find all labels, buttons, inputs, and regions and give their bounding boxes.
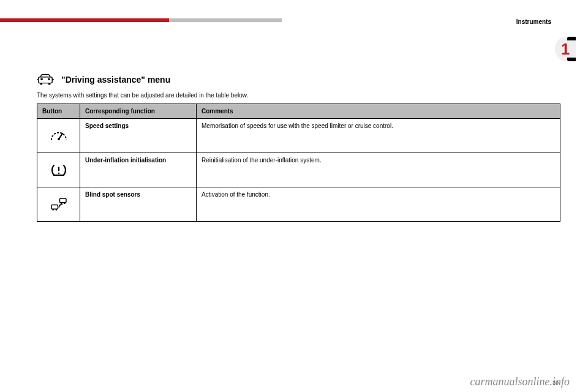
svg-rect-2 bbox=[48, 78, 50, 80]
svg-rect-4 bbox=[48, 83, 51, 85]
accent-grey bbox=[169, 18, 282, 22]
page-content: "Driving assistance" menu The systems wi… bbox=[37, 74, 560, 222]
row-icon-cell bbox=[37, 153, 80, 187]
settings-table: Button Corresponding function Comments S… bbox=[37, 104, 560, 222]
table-header-row: Button Corresponding function Comments bbox=[37, 104, 560, 119]
row-comments: Reinitialisation of the under-inflation … bbox=[197, 153, 560, 187]
row-comments: Activation of the function. bbox=[197, 187, 560, 222]
row-function: Under-inflation initialisation bbox=[80, 153, 197, 187]
tyre-pressure-icon bbox=[50, 162, 68, 178]
table-row: Blind spot sensors Activation of the fun… bbox=[37, 187, 560, 222]
col-comments: Comments bbox=[197, 104, 560, 119]
menu-intro: The systems with settings that can be ad… bbox=[37, 92, 560, 99]
col-function: Corresponding function bbox=[80, 104, 197, 119]
row-function: Speed settings bbox=[80, 119, 197, 153]
top-accent-bar bbox=[0, 18, 282, 22]
svg-rect-1 bbox=[40, 78, 43, 80]
menu-title: "Driving assistance" menu bbox=[61, 75, 170, 85]
svg-rect-17 bbox=[64, 202, 65, 203]
watermark: carmanualsonline.info bbox=[470, 375, 570, 388]
speedometer-icon bbox=[50, 128, 68, 144]
svg-rect-13 bbox=[52, 209, 53, 210]
svg-rect-0 bbox=[39, 77, 52, 83]
menu-heading: "Driving assistance" menu bbox=[37, 74, 560, 86]
row-icon-cell bbox=[37, 119, 80, 153]
chapter-number: 1 bbox=[561, 40, 570, 59]
section-label: Instruments bbox=[516, 18, 551, 25]
accent-red bbox=[0, 18, 169, 22]
row-comments: Memorisation of speeds for use with the … bbox=[197, 119, 560, 153]
svg-point-8 bbox=[58, 138, 60, 140]
table-row: Under-inflation initialisation Reinitial… bbox=[37, 153, 560, 187]
svg-rect-3 bbox=[40, 83, 43, 85]
col-button: Button bbox=[37, 104, 80, 119]
svg-rect-14 bbox=[55, 209, 56, 210]
blind-spot-icon bbox=[50, 197, 68, 213]
table-row: Speed settings Memorisation of speeds fo… bbox=[37, 119, 560, 153]
car-front-icon bbox=[37, 74, 54, 86]
chapter-badge: 1 bbox=[555, 37, 576, 61]
row-function: Blind spot sensors bbox=[80, 187, 197, 222]
row-icon-cell bbox=[37, 187, 80, 222]
svg-point-11 bbox=[58, 172, 59, 174]
svg-rect-12 bbox=[51, 205, 58, 209]
svg-rect-15 bbox=[59, 198, 66, 203]
